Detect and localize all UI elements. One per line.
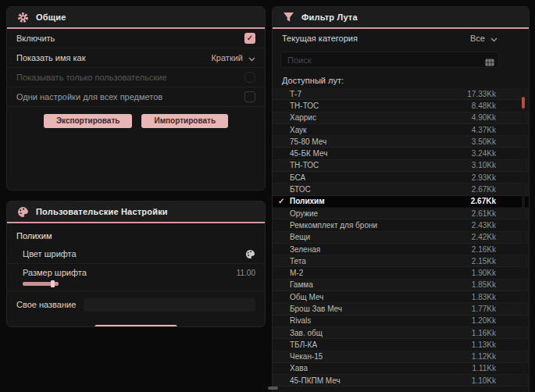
loot-row[interactable]: ✓ Ремкомплект для брони 2.43Kk <box>273 219 529 231</box>
available-loot-label: Доступный лут: <box>273 72 529 88</box>
loot-count: 1.85Kk <box>472 280 496 289</box>
loot-count: 2.42Kk <box>472 233 496 241</box>
loot-row[interactable]: ✓ Rivals 1.20Kk <box>273 315 529 327</box>
loot-name: Гамма <box>290 280 313 289</box>
same-settings-label: Одни настройки для всех предметов <box>16 92 162 102</box>
show-name-row: Показать имя как Краткий <box>7 48 265 68</box>
loot-count: 2.93Kk <box>472 173 496 182</box>
palette-icon <box>17 206 29 218</box>
loot-count: 4.90Kk <box>472 113 496 122</box>
color-palette-icon[interactable] <box>245 249 255 259</box>
category-value: Все <box>470 34 485 43</box>
loot-name: Хава <box>290 364 308 372</box>
only-custom-checkbox[interactable] <box>244 72 255 83</box>
loot-filter-panel: Фильтр Лута Текущая категория Все Доступ… <box>272 6 530 392</box>
loot-row[interactable]: ✓ Харрис 4.90Kk <box>273 112 529 124</box>
loot-row[interactable]: ✓ ТН-ТОС 3.10Kk <box>273 160 529 172</box>
enable-row: Включить ✓ <box>7 29 265 48</box>
loot-count: 3.50Kk <box>472 137 496 146</box>
loot-name: Т-7 <box>290 90 301 98</box>
loot-count: 2.43Kk <box>472 221 496 230</box>
font-color-label: Цвет шрифта <box>23 249 77 258</box>
loot-row[interactable]: ✓ Полихим 2.67Kk <box>273 196 529 208</box>
enable-label: Включить <box>16 34 55 43</box>
custom-name-row: Свое название <box>7 291 265 318</box>
category-row: Текущая категория Все <box>273 29 529 48</box>
loot-name: Харрис <box>290 113 316 122</box>
loot-count: 1.16Kk <box>472 329 496 337</box>
loot-name: Общ Меч <box>290 293 323 301</box>
loot-row[interactable]: ✓ Гамма 1.85Kk <box>273 280 529 291</box>
loot-name: 45-ПКПМ Меч <box>290 376 341 385</box>
import-button[interactable]: Импортировать <box>141 114 228 128</box>
delete-button[interactable]: Удалить <box>95 325 177 327</box>
custom-name-input[interactable] <box>84 298 255 312</box>
show-name-select[interactable]: Краткий <box>211 51 255 65</box>
loot-count: 2.67Kk <box>472 185 496 194</box>
loot-row[interactable]: ✓ ТБЛ-КА 1.13Kk <box>273 339 529 351</box>
loot-row[interactable]: ✓ 45-ПКПМ Меч 1.10Kk <box>273 375 529 387</box>
loot-row[interactable]: ✓ Чекан-15 1.12Kk <box>273 351 529 363</box>
loot-count: 1.13Kk <box>472 340 496 349</box>
filter-panel-title: Фильтр Лута <box>301 12 358 22</box>
loot-row[interactable]: ✓ БСА 2.93Kk <box>273 172 529 184</box>
loot-row[interactable]: ✓ ТН-ТОС 8.48Kk <box>273 100 529 112</box>
funnel-icon <box>283 12 294 23</box>
selected-item-name: Полихим <box>7 223 265 244</box>
loot-row[interactable]: ✓ БТОС 2.67Kk <box>273 184 529 195</box>
search-input[interactable] <box>280 52 499 68</box>
search-box <box>280 52 499 68</box>
export-button[interactable]: Экспортировать <box>44 114 133 128</box>
loot-list: ✓ Т-7 17.33Kk ✓ ТН-ТОС 8.48Kk ✓ Харрис 4… <box>273 88 529 387</box>
loot-row[interactable]: ✓ Хава 1.11Kk <box>273 363 529 375</box>
filter-panel-header: Фильтр Лута <box>273 7 529 29</box>
loot-count: 1.90Kk <box>472 269 496 277</box>
custom-panel-title: Пользовательские Настройки <box>36 207 168 216</box>
general-panel-title: Общие <box>36 12 66 22</box>
same-settings-row: Одни настройки для всех предметов <box>7 87 265 107</box>
loot-name: Rivals <box>290 316 311 325</box>
loot-name: Оружие <box>290 209 318 218</box>
font-size-slider[interactable] <box>23 282 59 286</box>
loot-name: Хаук <box>290 126 307 134</box>
horizontal-scrollbar-thumb[interactable] <box>268 387 278 390</box>
loot-row[interactable]: ✓ Вещи 2.42Kk <box>273 232 529 244</box>
loot-count: 8.48Kk <box>472 102 496 110</box>
loot-row[interactable]: ✓ Т-7 17.33Kk <box>273 88 529 100</box>
loot-count: 3.10Kk <box>472 161 496 169</box>
loot-row[interactable]: ✓ Тета 2.15Kk <box>273 255 529 267</box>
only-custom-label: Показывать только пользовательские <box>16 73 167 82</box>
loot-count: 17.33Kk <box>467 90 496 98</box>
loot-row[interactable]: ✓ Общ Меч 1.83Kk <box>273 291 529 303</box>
general-panel-header: Общие <box>7 7 265 29</box>
loot-name: БТОС <box>290 185 311 194</box>
loot-count: 1.20Kk <box>472 316 496 325</box>
loot-row[interactable]: ✓ Хаук 4.37Kk <box>273 124 529 136</box>
loot-count: 1.11Kk <box>473 364 496 372</box>
loot-name: Вещи <box>290 233 310 241</box>
category-select[interactable]: Все <box>470 31 498 45</box>
loot-row[interactable]: ✓ Брош Зав Меч 1.77Kk <box>273 303 529 315</box>
loot-row[interactable]: ✓ М-2 1.90Kk <box>273 267 529 279</box>
vertical-scrollbar-thumb[interactable] <box>522 97 525 109</box>
same-settings-checkbox[interactable] <box>244 91 255 102</box>
custom-panel-header: Пользовательские Настройки <box>7 201 265 223</box>
loot-row[interactable]: ✓ Оружие 2.61Kk <box>273 208 529 219</box>
custom-name-label: Свое название <box>16 300 76 309</box>
loot-name: М-2 <box>290 269 303 277</box>
loot-count: 3.24Kk <box>472 149 496 158</box>
loot-row[interactable]: ✓ 75-80 Меч 3.50Kk <box>273 136 529 148</box>
slider-handle[interactable] <box>51 280 55 287</box>
only-custom-row: Показывать только пользовательские <box>7 68 265 87</box>
show-name-value: Краткий <box>211 53 243 62</box>
loot-count: 2.15Kk <box>472 257 496 265</box>
vertical-scrollbar[interactable] <box>522 86 525 392</box>
grid-icon[interactable] <box>485 55 494 69</box>
loot-row[interactable]: ✓ 45-БК Меч 3.24Kk <box>273 148 529 159</box>
font-color-row[interactable]: Цвет шрифта <box>7 244 265 264</box>
enable-checkbox[interactable]: ✓ <box>244 33 255 44</box>
loot-row[interactable]: ✓ Зеленая 2.16Kk <box>273 244 529 255</box>
show-name-label: Показать имя как <box>16 53 86 62</box>
general-settings-panel: Общие Включить ✓ Показать имя как Кратки… <box>6 6 266 191</box>
loot-row[interactable]: ✓ Зав. общ 1.16Kk <box>273 327 529 339</box>
